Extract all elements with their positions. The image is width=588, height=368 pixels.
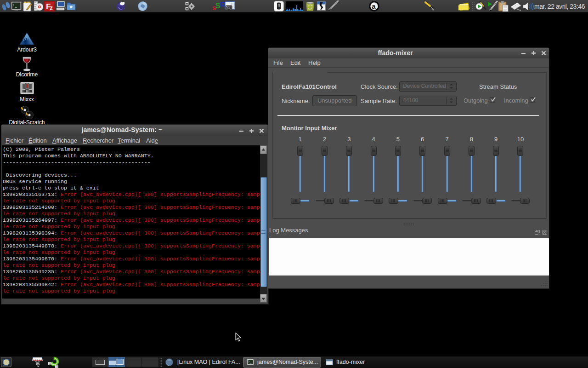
- svg-text:z: z: [50, 4, 53, 12]
- svg-text:a: a: [372, 2, 376, 10]
